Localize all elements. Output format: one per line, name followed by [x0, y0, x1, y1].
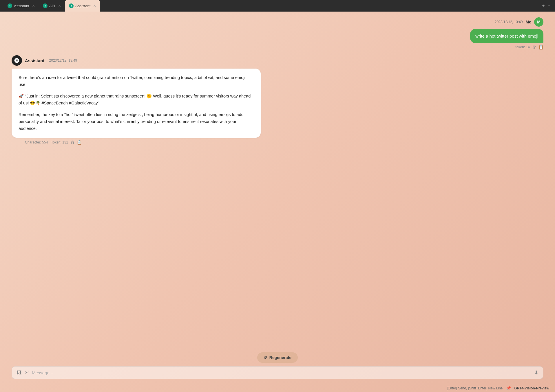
assistant-para-2: 🚀 "Just in: Scientists discovered a new …	[19, 93, 254, 107]
assistant-timestamp: 2023/12/12, 13:49	[49, 58, 77, 62]
user-message-container: 2023/12/12, 13:49 Me M write a hot twitt…	[12, 17, 543, 49]
assistant-delete-icon[interactable]: 🗑	[70, 140, 74, 145]
tab-assistant-1[interactable]: ✦ Assistant ✕	[3, 0, 39, 12]
user-bubble: write a hot twitter post with emoji	[470, 29, 543, 43]
regenerate-button[interactable]: ↺ Regenerate	[257, 352, 298, 363]
user-avatar: M	[534, 17, 543, 27]
assistant-bubble: Sure, here's an idea for a tweet that co…	[12, 69, 261, 138]
tab-assistant-3[interactable]: ✦ Assistant ✕	[65, 0, 100, 12]
assistant-header: Assistant 2023/12/12, 13:49	[12, 55, 77, 66]
tab-close-3[interactable]: ✕	[93, 4, 96, 8]
tab-icon-1: ✦	[8, 3, 12, 8]
user-delete-icon[interactable]: 🗑	[532, 45, 536, 49]
tab-api[interactable]: ✦ API ✕	[39, 0, 65, 12]
tab-label-3: Assistant	[75, 4, 91, 8]
input-row: 🖼 ✂ ⬇	[12, 366, 543, 379]
main-content: 2023/12/12, 13:49 Me M write a hot twitt…	[0, 12, 555, 392]
tab-close-1[interactable]: ✕	[32, 4, 35, 8]
user-name: Me	[526, 20, 531, 24]
message-input[interactable]	[32, 370, 531, 375]
assistant-copy-icon[interactable]: 📋	[77, 140, 82, 145]
title-bar-actions: + ···	[542, 3, 552, 8]
assistant-para-3: Remember, the key to a "hot" tweet often…	[19, 111, 254, 132]
more-options-button[interactable]: ···	[548, 3, 552, 8]
user-copy-icon[interactable]: 📋	[538, 45, 543, 49]
scissors-icon[interactable]: ✂	[25, 369, 29, 376]
tab-close-2[interactable]: ✕	[58, 4, 61, 8]
regenerate-icon: ↺	[264, 355, 267, 360]
keyboard-shortcut-hint: [Enter] Send, [Shift+Enter] New Line	[447, 386, 503, 390]
user-token-label: token: 14	[516, 45, 530, 49]
tab-label-1: Assistant	[14, 4, 29, 8]
token-label: Token: 131	[50, 140, 68, 144]
title-bar: ✦ Assistant ✕ ✦ API ✕ ✦ Assistant ✕ + ··…	[0, 0, 555, 12]
add-tab-button[interactable]: +	[542, 3, 545, 8]
send-icon[interactable]: ⬇	[534, 369, 538, 376]
assistant-token-bar: Character: 554 Token: 131 🗑 📋	[12, 140, 82, 145]
user-token-bar: token: 14 🗑 📋	[516, 45, 543, 49]
tab-icon-3: ✦	[69, 3, 74, 8]
status-bar: [Enter] Send, [Shift+Enter] New Line 📌 G…	[0, 385, 555, 392]
user-timestamp: 2023/12/12, 13:49	[495, 20, 523, 24]
char-label: Character: 554	[25, 140, 48, 144]
assistant-avatar	[12, 55, 22, 66]
bottom-area: ↺ Regenerate 🖼 ✂ ⬇	[0, 349, 555, 385]
pin-icon: 📌	[506, 386, 511, 390]
chat-area: 2023/12/12, 13:49 Me M write a hot twitt…	[0, 12, 555, 349]
regenerate-label: Regenerate	[269, 355, 291, 360]
tab-icon-2: ✦	[43, 3, 48, 8]
assistant-para-1: Sure, here's an idea for a tweet that co…	[19, 74, 254, 88]
tab-label-2: API	[49, 4, 55, 8]
user-message-meta: 2023/12/12, 13:49 Me M	[495, 17, 543, 27]
assistant-name: Assistant	[25, 58, 45, 63]
assistant-message-container: Assistant 2023/12/12, 13:49 Sure, here's…	[12, 55, 543, 145]
image-icon[interactable]: 🖼	[17, 370, 22, 376]
model-badge: GPT4-Vision-Preview	[514, 386, 549, 390]
